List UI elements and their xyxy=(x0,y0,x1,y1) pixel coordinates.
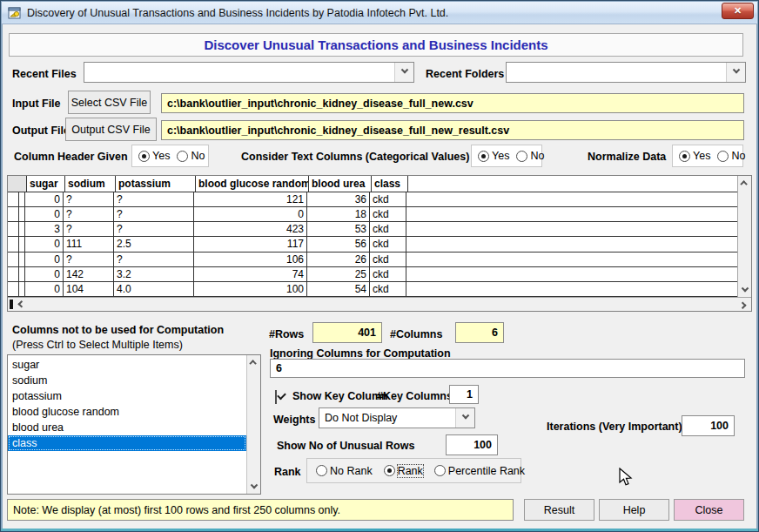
grid-row[interactable]: 01423.27425ckd xyxy=(8,267,737,282)
show-key-label: Show Key Column xyxy=(292,389,388,403)
radio-no-rank[interactable]: No Rank xyxy=(316,465,373,477)
titlebar[interactable]: Discovery of Unusual Transactions and Bu… xyxy=(2,2,757,24)
chevron-up-icon xyxy=(249,360,256,367)
grid-vertical-scrollbar[interactable] xyxy=(737,176,751,297)
radio-label: Yes xyxy=(492,150,509,162)
select-csv-button[interactable]: Select CSV File xyxy=(68,91,151,114)
grid-cell: 18 xyxy=(307,207,370,221)
grid-cell: ckd xyxy=(370,253,406,266)
radio-icon xyxy=(177,151,188,162)
list-item[interactable]: class xyxy=(8,435,246,451)
radio-rank[interactable]: Rank xyxy=(384,465,423,477)
iterations-label: Iterations (Very Important) xyxy=(547,420,682,434)
grid-row[interactable]: 01044.010054ckd xyxy=(8,282,737,297)
radio-yes[interactable]: Yes xyxy=(679,150,710,162)
grid-cell: 117 xyxy=(194,237,307,251)
grid-row[interactable]: 0??018ckd xyxy=(8,207,737,222)
scroll-up-icon[interactable] xyxy=(247,355,260,368)
page-header: Discover Unusual Transactions and Busine… xyxy=(9,33,743,57)
grid-horizontal-scrollbar[interactable] xyxy=(8,297,751,311)
close-button[interactable]: ✕ xyxy=(722,3,754,19)
grid-row[interactable]: 01112.511756ckd xyxy=(8,237,737,252)
scroll-down-icon[interactable] xyxy=(247,481,260,494)
columns-count-field[interactable]: 6 xyxy=(455,322,504,343)
grid-cell: ckd xyxy=(370,282,406,296)
grid-header-cell: potassium xyxy=(116,176,196,192)
recent-files-combobox[interactable] xyxy=(84,62,414,83)
recent-folders-dropdown-button[interactable] xyxy=(726,63,745,82)
radio-yes[interactable]: Yes xyxy=(478,150,509,162)
output-path-field[interactable]: c:\bank\outlier_input\chronic_kidney_dis… xyxy=(161,120,744,140)
scroll-right-icon[interactable] xyxy=(735,298,751,311)
grid-row[interactable]: 0??10626ckd xyxy=(8,253,737,267)
close-icon: ✕ xyxy=(734,5,742,17)
grid-cell: ? xyxy=(114,222,194,236)
list-item[interactable]: blood urea xyxy=(8,420,246,435)
grid-cell: ckd xyxy=(370,207,406,221)
output-csv-button[interactable]: Output CSV File xyxy=(65,118,157,141)
chevron-up-icon xyxy=(740,180,747,187)
grid-cell: 26 xyxy=(307,253,370,266)
column-header-given-group: YesNo xyxy=(131,145,209,167)
show-key-checkbox[interactable] xyxy=(275,390,277,404)
grid-header-cell: blood glucose random xyxy=(196,176,309,192)
iterations-field[interactable]: 100 xyxy=(682,415,735,436)
radio-no[interactable]: No xyxy=(717,150,745,162)
recent-files-label: Recent Files xyxy=(12,67,77,81)
list-item[interactable]: blood glucose random xyxy=(8,404,246,420)
key-columns-label: #Key Columns xyxy=(377,389,453,403)
radio-icon xyxy=(717,151,729,162)
input-path-field[interactable]: c:\bank\outlier_input\chronic_kidney_dis… xyxy=(161,93,744,113)
grid-cell: 53 xyxy=(307,222,370,236)
radio-no[interactable]: No xyxy=(516,150,544,162)
help-button[interactable]: Help xyxy=(599,499,669,521)
chevron-down-icon xyxy=(732,66,739,73)
input-file-label: Input File xyxy=(12,97,61,111)
radio-no[interactable]: No xyxy=(177,150,205,162)
weights-dropdown[interactable]: Do Not Display xyxy=(319,407,475,428)
row-selector xyxy=(8,207,19,221)
grid-cell: ckd xyxy=(370,222,406,236)
row-selector xyxy=(19,192,25,206)
row-selector xyxy=(8,237,19,251)
grid-cell: 100 xyxy=(194,282,307,296)
grid-cell: ckd xyxy=(370,192,406,206)
text-columns-label: Consider Text Columns (Categorical Value… xyxy=(241,150,469,164)
radio-label: Rank xyxy=(398,465,423,477)
result-button[interactable]: Result xyxy=(524,499,594,521)
grid-row[interactable]: 0??12136ckd xyxy=(8,192,737,207)
grid-cell: 111 xyxy=(64,237,114,251)
radio-yes[interactable]: Yes xyxy=(138,150,170,162)
recent-folders-combobox[interactable] xyxy=(506,62,746,83)
key-columns-field[interactable]: 1 xyxy=(449,385,479,404)
chevron-right-icon xyxy=(739,301,746,308)
radio-icon xyxy=(316,465,327,476)
grid-row[interactable]: 3??42353ckd xyxy=(8,222,737,237)
columns-not-used-subtitle: (Press Ctrl to Select Multiple Items) xyxy=(12,338,183,352)
row-selector xyxy=(19,253,25,266)
unusual-rows-field[interactable]: 100 xyxy=(446,434,498,455)
grid-cell: 0 xyxy=(25,207,64,221)
grid-row-filler xyxy=(406,207,737,221)
scroll-down-icon[interactable] xyxy=(738,284,751,297)
column-header-given-label: Column Header Given xyxy=(14,150,128,164)
list-item[interactable]: sodium xyxy=(8,373,246,388)
list-item[interactable]: sugar xyxy=(8,357,246,373)
grid-cell: 0 xyxy=(25,192,64,206)
scroll-left-icon[interactable] xyxy=(13,298,29,311)
radio-percentile-rank[interactable]: Percentile Rank xyxy=(434,465,525,477)
rank-label: Rank xyxy=(274,465,301,479)
list-item[interactable]: potassium xyxy=(8,388,246,404)
close-dialog-button[interactable]: Close xyxy=(674,499,744,521)
weights-dropdown-button[interactable] xyxy=(455,408,474,428)
grid-cell: 104 xyxy=(64,282,114,296)
listbox-scrollbar[interactable] xyxy=(246,355,260,494)
grid-row-filler xyxy=(406,253,737,266)
rows-count-field[interactable]: 401 xyxy=(312,322,382,343)
grid-cell: ckd xyxy=(370,267,406,281)
scroll-up-icon[interactable] xyxy=(738,176,751,189)
columns-listbox[interactable]: sugarsodiumpotassiumblood glucose random… xyxy=(7,354,261,495)
grid-cell: ckd xyxy=(370,237,406,251)
ignoring-columns-field[interactable]: 6 xyxy=(270,359,745,378)
recent-files-dropdown-button[interactable] xyxy=(394,63,413,82)
